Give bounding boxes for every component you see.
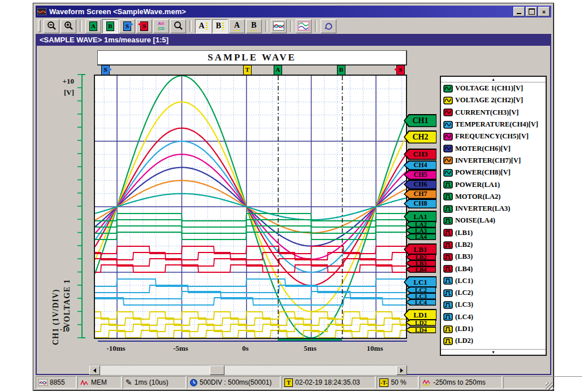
legend-item[interactable]: POWER(CH8)[V]	[441, 167, 546, 178]
channel-tag-ch6[interactable]: CH6	[404, 180, 436, 189]
legend-item[interactable]: INVERTER(LA3)	[441, 203, 546, 215]
channel-tag-face: LB1	[405, 245, 436, 255]
channel-tag-face: LB4	[407, 267, 435, 272]
marker-flag-s[interactable]: S	[101, 65, 110, 75]
waveform-plot[interactable]	[94, 75, 407, 339]
cursor-a-toggle-button[interactable]: A	[195, 19, 211, 33]
title-bar[interactable]: Waveform Screen <SampleWave.mem> ×	[36, 6, 551, 18]
channel-tag-la4[interactable]: LA4	[405, 233, 436, 240]
legend-item[interactable]: (LB4)	[441, 263, 546, 275]
legend-item[interactable]: FREQUENCY(CH5)[V]	[441, 130, 546, 142]
channel-tag-ch8[interactable]: CH8	[404, 199, 436, 208]
close-button[interactable]: ×	[538, 7, 550, 16]
scrollbar-thumb[interactable]	[210, 365, 224, 375]
status-panel-7	[503, 376, 582, 389]
channel-tag-lb1[interactable]: LB1	[404, 243, 436, 255]
channel-tag-lc2[interactable]: LC2	[405, 286, 436, 293]
channel-tag-ld2[interactable]: LD2	[405, 319, 436, 326]
channel-tag-lc1[interactable]: LC1	[404, 276, 436, 288]
goto-mark-a-button[interactable]: A	[85, 19, 101, 33]
toolbar-grip[interactable]	[38, 20, 41, 32]
toolbar-separator	[265, 20, 267, 32]
search-abcd-button[interactable]: ABCD	[153, 19, 169, 33]
chart-title-box: SAMPLE WAVE	[97, 50, 407, 66]
redraw-button[interactable]	[321, 19, 336, 33]
maximize-button[interactable]	[526, 7, 537, 16]
zoom-out-button[interactable]	[44, 19, 59, 33]
zoom-in-button[interactable]	[60, 19, 76, 33]
legend-item[interactable]: (LC1)	[441, 275, 546, 287]
channel-tag-ch1[interactable]: CH1	[404, 114, 436, 127]
legend-item[interactable]: (LC3)	[441, 299, 546, 311]
goto-mark-b-button[interactable]: B	[102, 19, 118, 33]
channel-tag-lb4[interactable]: LB4	[405, 266, 436, 273]
status-text: 8855	[50, 378, 65, 386]
legend-item[interactable]: (LC4)	[441, 311, 546, 323]
channel-tag-la3[interactable]: LA3	[405, 227, 436, 234]
goto-start-s-button[interactable]: S	[119, 19, 135, 33]
wave-display-split-button[interactable]	[296, 19, 312, 33]
channel-tag-lb3[interactable]: LB3	[405, 260, 436, 267]
marker-flag-s-end[interactable]: S	[396, 65, 405, 75]
marker-flag-t[interactable]: T	[243, 65, 252, 75]
status-text: 02-02-19 18:24:35.03	[295, 378, 360, 386]
marker-flag-b[interactable]: B	[337, 65, 345, 75]
cursor-b-toggle-button[interactable]: B	[212, 19, 228, 33]
legend-pulse-icon	[443, 265, 453, 273]
legend-item[interactable]: (LD2)	[441, 335, 546, 347]
legend-item[interactable]: VOLTAGE 1(CH1)[V]	[441, 82, 546, 94]
x-tick-label: 10ms	[355, 344, 395, 353]
channel-tag-ld1[interactable]: LD1	[404, 309, 436, 321]
legend-item[interactable]: TEMPERATURE(CH4)[V]	[441, 119, 546, 130]
legend-item[interactable]: NOISE(LA4)	[441, 215, 546, 227]
legend-item[interactable]: INVERTER(CH7)[V]	[441, 155, 546, 167]
minimize-button[interactable]	[513, 7, 525, 16]
maximize-icon	[529, 8, 535, 15]
legend-sine-icon	[443, 121, 453, 129]
channel-tag-ch5[interactable]: CH5	[404, 170, 436, 180]
channel-tag-lb2[interactable]: LB2	[405, 254, 436, 260]
legend-pulse-icon	[443, 181, 453, 189]
cursor-a-value-button[interactable]: A	[229, 19, 245, 33]
channel-tag-lc4[interactable]: LC4	[405, 299, 436, 306]
app-canvas: { "window": { "title": "Waveform Screen …	[0, 0, 588, 392]
legend-item-label: (LD1)	[455, 325, 473, 333]
legend-item[interactable]: MOTER(CH6)[V]	[441, 142, 546, 154]
legend-item[interactable]: (LB2)	[441, 239, 546, 251]
y-axis-channel-label: CH1 (1V/DIV)	[51, 153, 60, 345]
channel-tag-la2[interactable]: LA2	[405, 221, 436, 228]
search-button[interactable]	[170, 19, 186, 33]
legend-item[interactable]: POWER(LA1)	[441, 178, 546, 190]
legend-item[interactable]: (LB3)	[441, 251, 546, 263]
scroll-right-button[interactable]	[396, 365, 407, 375]
channel-tag-lc3[interactable]: LC3	[405, 293, 436, 299]
legend-item[interactable]: MOTOR(LA2)	[441, 191, 546, 203]
channel-tag-la1[interactable]: LA1	[404, 211, 436, 223]
legend-item-label: (LB4)	[455, 265, 473, 273]
legend-scroll-down[interactable]: ▼	[441, 349, 546, 355]
cursor-b-value-button[interactable]: B	[246, 19, 262, 33]
legend-item[interactable]: (LD1)	[441, 323, 546, 335]
trigger-position-icon: -T-	[379, 378, 388, 387]
legend-scroll-up[interactable]: ▲	[441, 77, 546, 82]
resize-grip[interactable]	[546, 382, 553, 390]
channel-tag-face: LD2	[407, 320, 435, 325]
channel-tag-ch2[interactable]: CH2	[404, 130, 436, 143]
channel-tag-ch3[interactable]: CH3	[404, 149, 436, 160]
legend-item[interactable]: (LB1)	[441, 227, 546, 239]
x-tick-label: 5ms	[291, 344, 330, 353]
channel-tag-ch4[interactable]: CH4	[404, 160, 436, 170]
goto-end-s-button[interactable]: S	[136, 19, 152, 33]
legend-item[interactable]: VOLTAGE 2(CH2)[V]	[441, 94, 546, 106]
legend-pulse-icon	[443, 217, 453, 225]
wave-display-single-button[interactable]	[271, 19, 287, 33]
legend-item[interactable]: (LC2)	[441, 287, 546, 299]
scroll-left-button[interactable]	[89, 365, 100, 375]
marker-flag-a[interactable]: A	[274, 65, 282, 75]
channel-tag-ch7[interactable]: CH7	[404, 189, 436, 199]
status-bar: 8855MEM✎1ms (10us)500DIV : 500ms(50001)T…	[36, 376, 551, 389]
legend-item[interactable]: CURRENT(CH3)[V]	[441, 107, 546, 119]
legend-pulse-icon	[443, 313, 453, 321]
channel-tag-ld4[interactable]: LD4	[405, 326, 436, 333]
horizontal-scrollbar[interactable]	[89, 365, 407, 376]
